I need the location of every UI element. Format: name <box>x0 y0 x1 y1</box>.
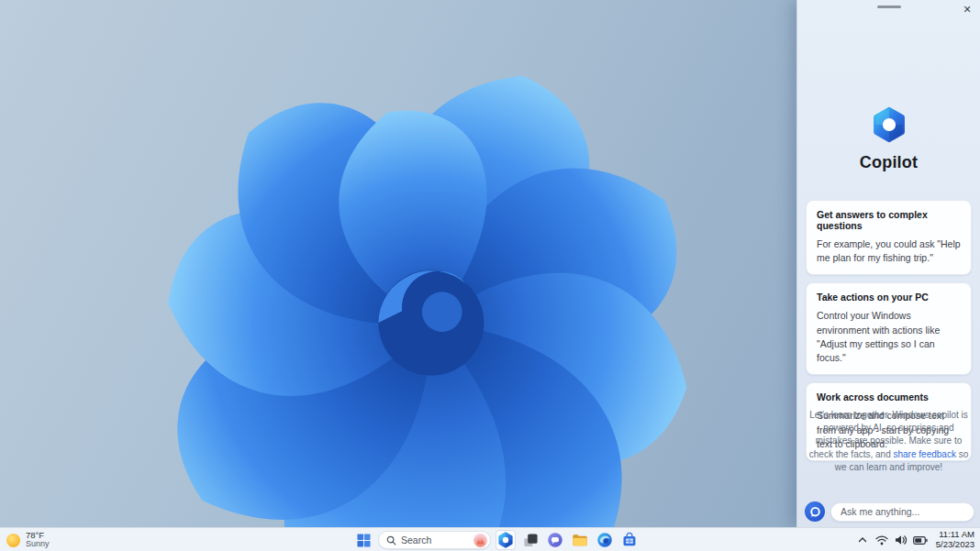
taskbar-search-box[interactable]: Search <box>378 531 491 549</box>
wifi-indicator[interactable] <box>874 533 890 548</box>
taskbar: 78°F Sunny Search <box>0 527 980 551</box>
edge-icon <box>596 532 613 548</box>
desktop: ✕ Copilot Get answers to complex questio… <box>0 0 980 551</box>
sunny-weather-icon <box>6 534 20 547</box>
copilot-panel: ✕ Copilot Get answers to complex questio… <box>796 0 980 527</box>
search-highlights-icon <box>473 534 487 547</box>
card-title: Take actions on your PC <box>817 292 961 303</box>
wifi-icon <box>875 535 888 545</box>
panel-title: Copilot <box>797 153 980 172</box>
file-explorer-icon <box>572 532 588 548</box>
weather-condition: Sunny <box>26 540 50 548</box>
card-body: For example, you could ask "Help me plan… <box>817 237 961 265</box>
ask-me-anything-input[interactable] <box>830 502 974 522</box>
weather-widget[interactable]: 78°F Sunny <box>6 530 50 550</box>
chat-input-row <box>805 501 973 522</box>
microsoft-store-icon <box>621 532 638 548</box>
taskbar-edge-button[interactable] <box>595 530 615 550</box>
clock-date: 5/23/2023 <box>936 540 974 550</box>
close-button[interactable]: ✕ <box>960 2 974 17</box>
taskbar-copilot-button[interactable] <box>496 530 516 550</box>
card-title: Get answers to complex questions <box>817 209 961 231</box>
card-body: Control your Windows environment with ac… <box>817 309 961 365</box>
panel-drag-handle[interactable] <box>877 6 901 8</box>
start-button[interactable] <box>353 530 373 550</box>
card-complex-questions[interactable]: Get answers to complex questions For exa… <box>806 200 972 275</box>
taskbar-chat-button[interactable] <box>545 530 565 550</box>
copilot-logo-icon <box>871 106 908 143</box>
search-icon <box>386 535 396 545</box>
taskbar-center-apps: Search <box>353 528 640 551</box>
ai-disclaimer: Let's learn together. Windows copilot is… <box>808 409 969 474</box>
windows-bloom-wallpaper <box>92 23 743 532</box>
copilot-icon <box>497 532 514 548</box>
card-title: Work across documents <box>817 391 961 402</box>
battery-icon <box>913 536 928 545</box>
task-view-icon <box>523 533 539 548</box>
taskbar-store-button[interactable] <box>619 530 640 550</box>
share-feedback-link[interactable]: share feedback <box>894 449 956 459</box>
taskbar-file-explorer-button[interactable] <box>570 530 590 550</box>
card-take-actions[interactable]: Take actions on your PC Control your Win… <box>806 282 972 375</box>
system-tray: 11:11 AM 5/23/2023 <box>855 528 974 551</box>
speaker-icon <box>895 534 908 545</box>
volume-indicator[interactable] <box>894 533 909 548</box>
battery-indicator[interactable] <box>913 533 929 548</box>
taskbar-task-view-button[interactable] <box>520 530 540 550</box>
chat-icon <box>547 532 563 548</box>
windows-logo-icon <box>357 534 371 547</box>
taskbar-clock[interactable]: 11:11 AM 5/23/2023 <box>936 530 974 550</box>
chevron-up-icon <box>858 536 867 544</box>
search-placeholder: Search <box>401 534 469 545</box>
hidden-icons-chevron[interactable] <box>855 533 871 548</box>
copilot-chat-bubble-icon[interactable] <box>805 501 825 522</box>
